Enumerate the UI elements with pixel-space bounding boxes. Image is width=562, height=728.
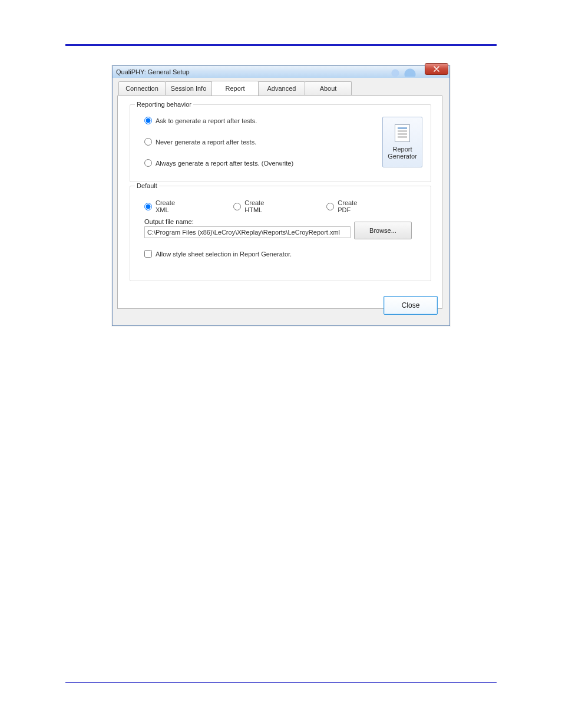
report-document-icon — [395, 124, 410, 142]
radio-input[interactable] — [326, 203, 334, 210]
tab-connection[interactable]: Connection — [118, 81, 166, 95]
radio-always-generate[interactable]: Always generate a report after tests. (O… — [144, 159, 293, 167]
titlebar-decoration — [389, 67, 425, 77]
window-close-button[interactable] — [425, 63, 448, 75]
radio-create-xml[interactable]: Create XML — [144, 199, 186, 213]
button-label: Close — [402, 301, 420, 309]
close-button[interactable]: Close — [384, 296, 438, 315]
radio-input[interactable] — [144, 138, 152, 146]
tab-about[interactable]: About — [305, 81, 352, 95]
radio-label: Always generate a report after tests. (O… — [156, 160, 293, 167]
tab-advanced[interactable]: Advanced — [258, 81, 305, 95]
radio-label: Ask to generate a report after tests. — [156, 117, 257, 124]
tab-label: Connection — [125, 85, 158, 92]
tab-session-info[interactable]: Session Info — [165, 81, 212, 95]
radio-input[interactable] — [233, 203, 241, 210]
checkbox-input[interactable] — [144, 250, 152, 258]
radio-create-html[interactable]: Create HTML — [233, 199, 279, 213]
radio-never-generate[interactable]: Never generate a report after tests. — [144, 138, 256, 146]
radio-input[interactable] — [144, 159, 152, 167]
group-legend: Default — [135, 182, 159, 189]
checkbox-label: Allow style sheet selection in Report Ge… — [156, 251, 292, 258]
tab-label: About — [320, 85, 337, 92]
report-generator-button[interactable]: Report Generator — [382, 117, 422, 167]
radio-label: Create PDF — [338, 199, 368, 213]
browse-button[interactable]: Browse... — [354, 222, 412, 239]
tab-label: Session Info — [171, 85, 207, 92]
titlebar[interactable]: QualiPHY: General Setup — [113, 66, 449, 78]
format-radio-row: Create XML Create HTML Create PDF — [144, 199, 415, 213]
radio-label: Create HTML — [244, 199, 279, 213]
text-line: Report — [388, 146, 417, 153]
output-filename-field[interactable]: C:\Program Files (x86)\LeCroy\XReplay\Re… — [144, 226, 351, 238]
radio-input[interactable] — [144, 117, 152, 124]
tabpage-report: Reporting behavior Ask to generate a rep… — [117, 95, 442, 309]
radio-create-pdf[interactable]: Create PDF — [326, 199, 368, 213]
checkbox-allow-style-sheet[interactable]: Allow style sheet selection in Report Ge… — [144, 250, 292, 258]
footer-rule — [65, 682, 497, 683]
group-default: Default Create XML Create HTML Creat — [130, 186, 431, 281]
close-icon — [434, 66, 439, 72]
radio-ask-to-generate[interactable]: Ask to generate a report after tests. — [144, 117, 257, 124]
report-generator-label: Report Generator — [388, 146, 417, 160]
tab-label: Advanced — [267, 85, 296, 92]
radio-label: Never generate a report after tests. — [156, 139, 256, 146]
dialog-general-setup: QualiPHY: General Setup Connection Sessi… — [112, 65, 450, 326]
tabstrip: Connection Session Info Report Advanced … — [118, 81, 445, 95]
radio-label: Create XML — [156, 199, 186, 213]
button-label: Browse... — [369, 227, 396, 234]
header-rule — [65, 44, 497, 46]
tab-label: Report — [225, 85, 244, 92]
text-line: Generator — [388, 153, 417, 160]
output-filename-label: Output file name: — [144, 218, 194, 225]
group-reporting-behavior: Reporting behavior Ask to generate a rep… — [130, 104, 431, 182]
radio-input[interactable] — [144, 203, 152, 210]
group-legend: Reporting behavior — [135, 101, 193, 108]
window-title: QualiPHY: General Setup — [116, 68, 190, 75]
tab-report[interactable]: Report — [211, 81, 259, 95]
